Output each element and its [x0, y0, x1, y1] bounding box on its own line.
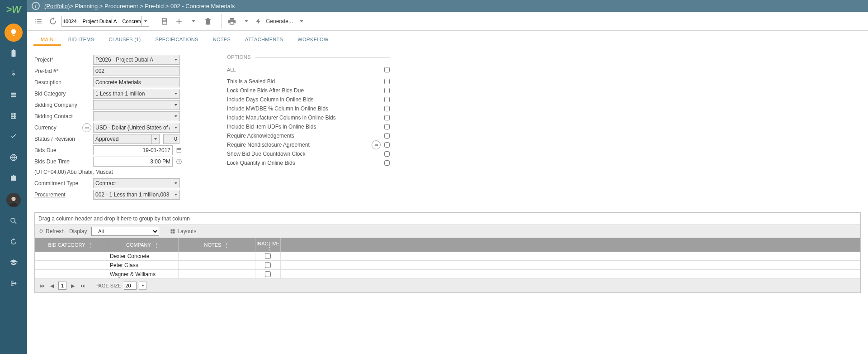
sidebar-item-briefcase[interactable]	[5, 169, 23, 187]
column-menu-icon[interactable]: ⋮	[88, 244, 94, 246]
column-menu-icon[interactable]: ⋮	[154, 244, 159, 246]
sidebar-item-approve[interactable]	[5, 128, 23, 146]
input-bidding-company[interactable]	[93, 100, 172, 110]
caret-bidding-company[interactable]	[172, 100, 180, 110]
caret-project[interactable]	[172, 55, 180, 65]
sidebar-item-building[interactable]	[5, 107, 23, 125]
caret-status[interactable]	[152, 134, 160, 144]
grid-refresh-button[interactable]: Refresh	[38, 228, 65, 234]
grid-group-bar[interactable]: Drag a column header and drop it here to…	[35, 213, 860, 225]
grid-display-select[interactable]: -- All --	[91, 227, 159, 236]
checkbox-inactive[interactable]	[265, 253, 271, 259]
caret-currency[interactable]	[172, 123, 180, 133]
input-procurement[interactable]	[93, 190, 172, 200]
input-commitment-type[interactable]	[93, 178, 172, 188]
grid-header-company[interactable]: COMPANY⋮	[107, 238, 179, 252]
menu-toggle-button[interactable]	[33, 15, 44, 27]
table-row[interactable]: Peter Glass	[35, 261, 860, 270]
tab-notes[interactable]: NOTES	[206, 32, 238, 46]
input-project[interactable]	[93, 55, 172, 65]
checkbox-require-nda[interactable]	[384, 142, 390, 148]
sidebar-item-globe[interactable]	[5, 148, 23, 167]
input-bids-due[interactable]	[93, 145, 173, 155]
print-button[interactable]	[226, 15, 238, 27]
input-status[interactable]	[93, 134, 152, 144]
input-currency[interactable]	[93, 123, 172, 133]
label-procurement[interactable]: Procurement	[34, 191, 93, 198]
sidebar-item-finance[interactable]	[5, 65, 23, 83]
delete-button[interactable]	[202, 15, 214, 27]
caret-commitment-type[interactable]	[172, 178, 180, 188]
tab-attachments[interactable]: ATTACHMENTS	[238, 32, 290, 46]
nda-more-button[interactable]: •••	[372, 140, 381, 149]
page-size-caret[interactable]	[139, 282, 146, 290]
input-bids-due-time[interactable]	[93, 157, 173, 167]
generate-button[interactable]: Generate...	[255, 15, 293, 27]
checkbox-include-mwdbe[interactable]	[384, 106, 390, 111]
save-button[interactable]	[159, 15, 170, 27]
table-row[interactable]: Wagner & Williams	[35, 270, 860, 279]
grid-header-bid-category[interactable]: BID CATEGORY⋮	[35, 238, 107, 252]
tab-bid-items[interactable]: BID ITEMS	[61, 32, 102, 46]
sidebar-item-clipboard[interactable]	[5, 44, 23, 62]
checkbox-show-clock[interactable]	[384, 151, 390, 157]
pager-prev-button[interactable]: ◀	[48, 282, 56, 289]
pager-page-input[interactable]	[58, 282, 66, 290]
caret-bidding-contact[interactable]	[172, 111, 180, 121]
tab-main[interactable]: MAIN	[33, 32, 61, 46]
input-bidding-contact[interactable]	[93, 111, 172, 121]
grid-header-notes[interactable]: NOTES⋮	[179, 238, 255, 252]
column-menu-icon[interactable]: ⋮	[224, 244, 229, 246]
input-revision[interactable]	[163, 134, 179, 144]
print-split-caret[interactable]	[241, 15, 252, 27]
add-split-caret[interactable]	[188, 15, 199, 27]
user-avatar[interactable]	[6, 193, 21, 207]
sidebar-item-learn[interactable]	[5, 254, 23, 272]
breadcrumb-path: > Planning > Procurement > Pre-bid > 002…	[70, 3, 235, 10]
sidebar-item-logout[interactable]	[5, 274, 23, 292]
checkbox-inactive[interactable]	[265, 262, 271, 268]
grid-layouts-button[interactable]: Layouts	[170, 228, 196, 234]
currency-more-button[interactable]: •••	[82, 123, 91, 132]
pager-last-button[interactable]: ⏭	[79, 282, 86, 289]
checkbox-include-days[interactable]	[384, 97, 390, 102]
sidebar-item-history[interactable]	[5, 233, 23, 251]
page-size-input[interactable]	[124, 282, 137, 290]
breadcrumb-portfolio-link[interactable]: (Portfolio)	[44, 3, 70, 10]
info-icon[interactable]: i	[32, 2, 40, 10]
sidebar-item-tips[interactable]	[5, 24, 23, 42]
checkbox-inactive[interactable]	[265, 271, 271, 277]
pager-first-button[interactable]: ⏮	[38, 282, 46, 289]
app-logo[interactable]: >W	[6, 4, 21, 15]
checkbox-include-udf[interactable]	[384, 124, 390, 129]
sidebar-item-stack[interactable]	[5, 86, 23, 104]
checkbox-lock-online[interactable]	[384, 88, 390, 93]
history-button[interactable]	[47, 15, 59, 27]
calendar-icon[interactable]	[175, 147, 183, 154]
option-label-include-udf: Include Bid Item UDFs in Online Bids	[227, 124, 384, 130]
checkbox-include-mfg[interactable]	[384, 115, 390, 120]
column-menu-icon[interactable]: ⋮	[267, 246, 272, 249]
pager-next-button[interactable]: ▶	[69, 282, 76, 289]
add-button[interactable]	[173, 15, 185, 27]
record-selector[interactable]	[61, 16, 142, 27]
input-bid-category[interactable]	[93, 89, 172, 99]
checkbox-require-ack[interactable]	[384, 133, 390, 139]
tab-workflow[interactable]: WORKFLOW	[290, 32, 335, 46]
svg-rect-11	[173, 232, 175, 234]
tab-specifications[interactable]: SPECIFICATIONS	[148, 32, 206, 46]
checkbox-all[interactable]	[384, 67, 390, 72]
generate-split-caret[interactable]	[296, 15, 307, 27]
caret-bid-category[interactable]	[172, 89, 180, 99]
checkbox-lock-qty[interactable]	[384, 160, 390, 166]
grid-header-inactive[interactable]: INACTIVE⋮	[255, 238, 281, 252]
checkbox-sealed[interactable]	[384, 79, 390, 84]
tab-clauses[interactable]: CLAUSES (1)	[101, 32, 148, 46]
sidebar-item-search[interactable]	[5, 212, 23, 230]
caret-procurement[interactable]	[172, 190, 180, 200]
table-row[interactable]: Dexter Concrete	[35, 252, 860, 261]
clock-icon[interactable]	[175, 158, 183, 165]
record-selector-caret[interactable]	[142, 16, 149, 27]
input-prebid-no[interactable]	[93, 66, 180, 76]
input-description[interactable]	[93, 77, 180, 87]
